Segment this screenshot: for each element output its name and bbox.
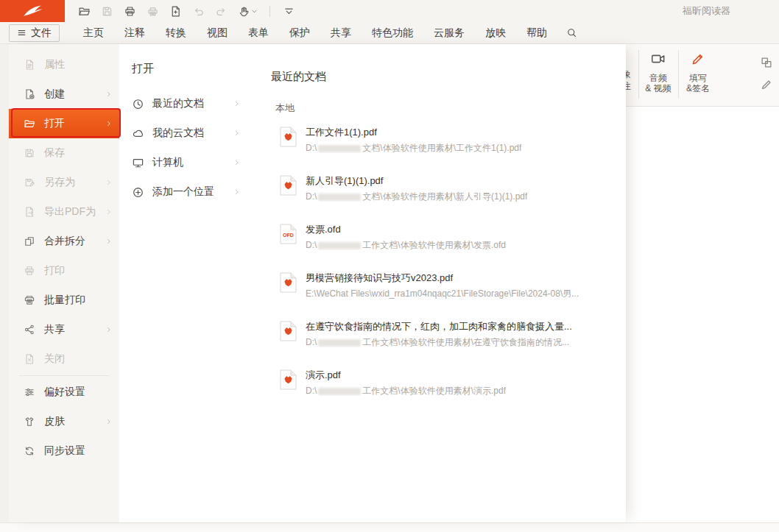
recent-file-item[interactable]: OFD发票.ofdD:\工作文档\体验软件使用素材\发票.ofd <box>280 221 626 250</box>
tab-view[interactable]: 视图 <box>197 22 238 43</box>
tab-protect[interactable]: 保护 <box>279 22 320 43</box>
search-icon <box>566 27 577 38</box>
tab-slideshow[interactable]: 放映 <box>475 22 516 43</box>
ribbon-separator <box>638 50 639 99</box>
undo-icon <box>192 5 205 18</box>
tab-help[interactable]: 帮助 <box>516 22 557 43</box>
chevron-right-icon <box>105 90 113 99</box>
file-menu-item-combine-split[interactable]: 合并拆分 <box>9 227 119 256</box>
recent-file-item[interactable]: 工作文件1(1).pdfD:\文档\体验软件使用素材\工作文件1(1).pdf <box>280 124 626 153</box>
tab-share[interactable]: 共享 <box>320 22 362 43</box>
chevron-right-icon <box>105 237 113 246</box>
foxit-fox-icon <box>18 3 47 19</box>
file-menu-item-preferences[interactable]: 偏好设置 <box>9 377 119 407</box>
file-menu-item-save-as[interactable]: 另存为 <box>9 168 119 197</box>
tab-home[interactable]: 主页 <box>73 22 114 43</box>
customize-toolbar-button[interactable] <box>280 3 297 19</box>
tab-convert[interactable]: 转换 <box>155 22 197 43</box>
caret-down-icon <box>251 8 258 15</box>
recent-file-item[interactable]: 男模营销接待知识与技巧v2023.pdfE:\WeChat Files\wxid… <box>280 270 626 299</box>
export-icon <box>24 206 35 218</box>
file-path: E:\WeChat Files\wxid_rra1m04nqaqc21\File… <box>306 288 579 299</box>
printer-icon <box>24 265 35 277</box>
search-button[interactable] <box>562 24 581 43</box>
redacted-path-segment <box>318 388 361 395</box>
save-as-icon <box>24 177 35 188</box>
cloud-icon <box>132 127 144 140</box>
file-menu-item-batch-print[interactable]: 批量打印 <box>9 285 119 315</box>
file-path: D:\文档\体验软件使用素材\新人引导(1)(1).pdf <box>306 191 527 202</box>
close-doc-icon <box>24 353 35 365</box>
chevron-right-icon <box>233 188 242 196</box>
save-button[interactable] <box>98 3 116 19</box>
chevron-right-icon <box>233 99 242 108</box>
recent-file-list: 工作文件1(1).pdfD:\文档\体验软件使用素材\工作文件1(1).pdf新… <box>271 124 626 396</box>
recent-file-item[interactable]: 新人引导(1)(1).pdfD:\文档\体验软件使用素材\新人引导(1)(1).… <box>280 173 626 202</box>
panel-squares-icon[interactable] <box>760 56 773 69</box>
recent-file-item[interactable]: 演示.pdfD:\工作文档\体验软件使用素材\演示.pdf <box>280 367 626 396</box>
open-panel-item-add-a-place[interactable]: 添加一个位置 <box>119 177 250 207</box>
chevron-right-icon <box>105 119 113 128</box>
redo-icon <box>215 5 228 18</box>
properties-icon <box>24 59 35 71</box>
file-menu-item-label: 批量打印 <box>44 294 85 307</box>
hand-icon <box>238 5 250 18</box>
customize-icon <box>283 5 295 18</box>
open-panel-item-recent-documents[interactable]: 最近的文档 <box>119 89 250 118</box>
pdf-file-icon <box>280 272 297 293</box>
sync-icon <box>24 445 35 457</box>
file-menu-item-close[interactable]: 关闭 <box>9 344 119 374</box>
file-menu-item-share[interactable]: 共享 <box>9 315 119 344</box>
file-menu-item-sync-settings[interactable]: 同步设置 <box>9 436 119 466</box>
tab-form[interactable]: 表单 <box>238 22 279 43</box>
open-panel: 打开 最近的文档我的云文档计算机添加一个位置 <box>119 44 250 522</box>
ribbon-separator <box>678 50 679 99</box>
tab-special-features[interactable]: 特色功能 <box>362 22 423 43</box>
redacted-path-segment <box>318 242 361 249</box>
recent-file-text: 新人引导(1)(1).pdfD:\文档\体验软件使用素材\新人引导(1)(1).… <box>306 175 527 202</box>
file-menu-item-save[interactable]: 保存 <box>9 138 119 168</box>
open-panel-item-my-cloud-documents[interactable]: 我的云文档 <box>119 118 250 148</box>
recent-file-item[interactable]: 在遵守饮食指南的情况下，红肉，加工肉和家禽的膳食摄入量...D:\工作文档\体验… <box>280 319 626 347</box>
pen-icon <box>690 51 706 67</box>
printer-icon <box>124 5 136 18</box>
tab-cloud-service[interactable]: 云服务 <box>423 22 475 43</box>
undo-button[interactable] <box>189 3 207 19</box>
ribbon-button-label: 音频& 视频 <box>640 73 677 93</box>
recent-documents-title: 最近的文档 <box>271 70 626 84</box>
file-menu-button[interactable]: 文件 <box>9 24 60 42</box>
hand-tool-button[interactable] <box>235 3 260 19</box>
panel-pencil-icon[interactable] <box>760 78 773 91</box>
window-left-edge <box>0 44 9 522</box>
tab-comment[interactable]: 注释 <box>114 22 155 43</box>
print-button[interactable] <box>121 3 138 19</box>
new-document-button[interactable] <box>166 3 184 19</box>
ribbon-button-fill-sign[interactable]: 填写&签名 <box>680 49 716 93</box>
open-panel-item-computer[interactable]: 计算机 <box>119 148 250 177</box>
chevron-right-icon <box>105 325 113 334</box>
chevron-right-icon <box>105 417 113 426</box>
file-menu-item-label: 关闭 <box>44 352 65 366</box>
file-menu-item-print[interactable]: 打印 <box>9 256 119 285</box>
file-menu-item-skin[interactable]: 皮肤 <box>9 407 119 436</box>
file-menu-label: 文件 <box>31 26 52 40</box>
pdf-file-icon <box>280 369 297 390</box>
recent-file-text: 发票.ofdD:\工作文档\体验软件使用素材\发票.ofd <box>306 224 506 250</box>
redo-button[interactable] <box>212 3 230 19</box>
chevron-right-icon <box>105 208 113 216</box>
floppy-icon <box>101 5 113 18</box>
file-menu-item-properties[interactable]: 属性 <box>9 50 119 79</box>
file-path: D:\文档\体验软件使用素材\工作文件1(1).pdf <box>306 143 521 153</box>
file-menu-item-create[interactable]: 创建 <box>9 79 119 109</box>
print-page-button[interactable] <box>144 3 161 19</box>
file-name: 发票.ofd <box>306 224 506 235</box>
file-menu-item-export-pdf[interactable]: 导出PDF为 <box>9 197 119 227</box>
file-path: D:\工作文档\体验软件使用素材\在遵守饮食指南的情况... <box>306 337 572 347</box>
open-file-button[interactable] <box>75 3 93 19</box>
ribbon-button-audio-video[interactable]: 音频& 视频 <box>640 49 677 93</box>
ofd-file-icon: OFD <box>280 224 297 244</box>
ribbon-tabs: 主页注释转换视图表单保护共享特色功能云服务放映帮助 <box>73 22 557 43</box>
open-panel-item-label: 计算机 <box>152 156 183 169</box>
recent-file-text: 工作文件1(1).pdfD:\文档\体验软件使用素材\工作文件1(1).pdf <box>306 127 521 153</box>
file-menu-item-open[interactable]: 打开 <box>9 109 119 138</box>
